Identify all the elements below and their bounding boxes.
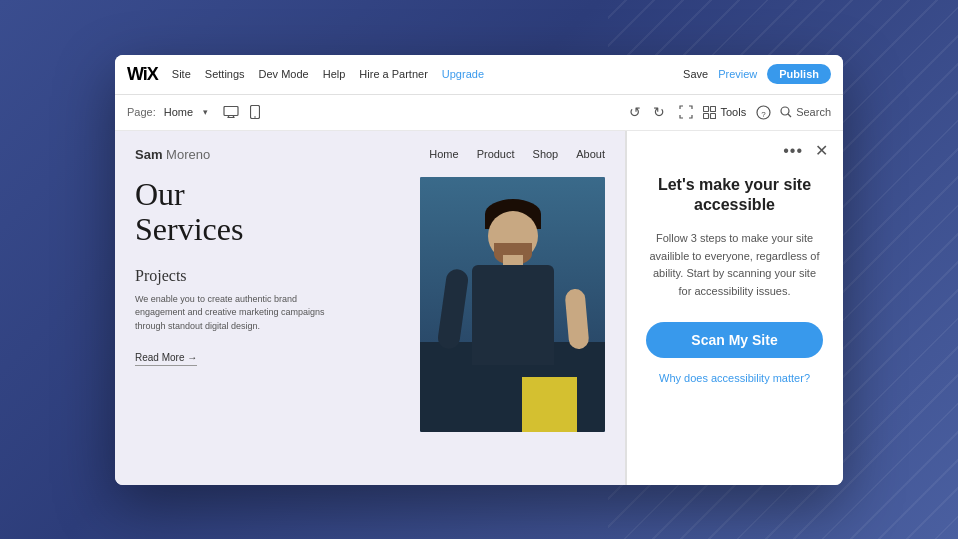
svg-point-5 (254, 116, 256, 118)
nav-help[interactable]: Help (323, 68, 346, 80)
site-brand: Sam Moreno (135, 145, 210, 163)
site-nav-home[interactable]: Home (429, 148, 458, 160)
person-image (420, 177, 605, 432)
svg-rect-7 (711, 106, 716, 111)
publish-button[interactable]: Publish (767, 64, 831, 84)
top-nav: WiX Site Settings Dev Mode Help Hire a P… (115, 55, 843, 95)
redo-button[interactable]: ↻ (649, 102, 669, 122)
site-brand-sub: Moreno (162, 147, 210, 162)
toolbar-device-icons (222, 103, 264, 121)
site-nav-shop[interactable]: Shop (533, 148, 559, 160)
page-label: Page: (127, 106, 156, 118)
site-image-col (420, 177, 605, 432)
site-content: Our Services Projects We enable you to c… (115, 177, 625, 432)
search-label: Search (796, 106, 831, 118)
nav-upgrade[interactable]: Upgrade (442, 68, 484, 80)
panel-header: ••• ✕ (626, 131, 843, 167)
svg-text:?: ? (761, 109, 766, 118)
nav-devmode[interactable]: Dev Mode (259, 68, 309, 80)
site-read-more[interactable]: Read More → (135, 352, 197, 366)
site-brand-name: Sam (135, 147, 162, 162)
svg-rect-8 (704, 113, 709, 118)
page-dropdown-icon[interactable]: ▾ (203, 107, 208, 117)
undo-button[interactable]: ↺ (625, 102, 645, 122)
undo-redo: ↺ ↻ (625, 102, 669, 122)
fullscreen-icon[interactable] (677, 103, 695, 121)
why-accessibility-link[interactable]: Why does accessibility matter? (659, 372, 810, 384)
site-preview: Sam Moreno Home Product Shop About Our S… (115, 131, 625, 485)
site-text-col: Our Services Projects We enable you to c… (135, 177, 420, 432)
search-area[interactable]: Search (780, 106, 831, 118)
nav-hire-partner[interactable]: Hire a Partner (359, 68, 427, 80)
accessibility-panel: ••• ✕ Let's make your site accessible Fo… (625, 131, 843, 485)
editor-window: WiX Site Settings Dev Mode Help Hire a P… (115, 55, 843, 485)
nav-settings[interactable]: Settings (205, 68, 245, 80)
site-subheading: Projects (135, 267, 410, 285)
svg-rect-9 (711, 113, 716, 118)
help-icon[interactable]: ? (754, 103, 772, 121)
preview-button[interactable]: Preview (718, 68, 757, 80)
panel-more-button[interactable]: ••• (783, 142, 803, 160)
nav-right: Save Preview Publish (683, 64, 831, 84)
page-name: Home (164, 106, 193, 118)
site-heading: Our Services (135, 177, 410, 247)
toolbar-row: Page: Home ▾ ↺ ↻ (115, 95, 843, 131)
wix-logo: WiX (127, 64, 158, 85)
site-nav: Sam Moreno Home Product Shop About (115, 131, 625, 177)
svg-point-12 (781, 107, 789, 115)
panel-divider (626, 131, 627, 485)
panel-description: Follow 3 steps to make your site availib… (646, 230, 823, 300)
site-nav-about[interactable]: About (576, 148, 605, 160)
panel-title: Let's make your site accessible (646, 175, 823, 217)
panel-content: Let's make your site accessible Follow 3… (626, 167, 843, 485)
wix-logo-text: WiX (127, 64, 158, 85)
svg-rect-0 (224, 107, 238, 116)
canvas-area: Sam Moreno Home Product Shop About Our S… (115, 131, 843, 485)
toolbar-right: ↺ ↻ Tools (625, 102, 831, 122)
svg-line-13 (788, 114, 791, 117)
save-button[interactable]: Save (683, 68, 708, 80)
site-body-text: We enable you to create authentic brand … (135, 293, 335, 334)
desktop-icon[interactable] (222, 103, 240, 121)
site-nav-links: Home Product Shop About (429, 148, 605, 160)
site-nav-product[interactable]: Product (477, 148, 515, 160)
svg-rect-6 (704, 106, 709, 111)
nav-site[interactable]: Site (172, 68, 191, 80)
tools-button[interactable]: Tools (703, 106, 746, 119)
mobile-icon[interactable] (246, 103, 264, 121)
panel-close-button[interactable]: ✕ (811, 141, 831, 161)
scan-my-site-button[interactable]: Scan My Site (646, 322, 823, 358)
nav-items: Site Settings Dev Mode Help Hire a Partn… (172, 68, 683, 80)
tools-label: Tools (720, 106, 746, 118)
